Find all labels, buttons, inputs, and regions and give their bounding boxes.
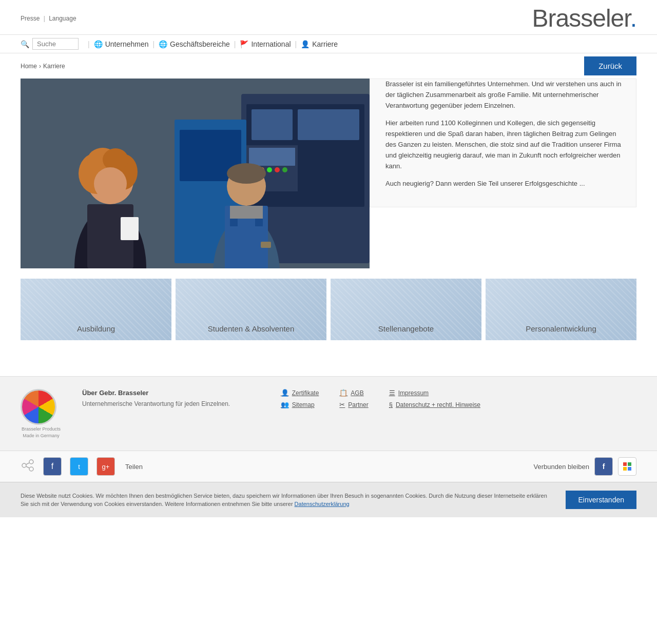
svg-rect-29 xyxy=(230,206,263,219)
cookie-accept-button[interactable]: Einverstanden xyxy=(566,491,636,509)
footer-link-datenschutz[interactable]: § Datenschutz + rechtl. Hinweise xyxy=(389,401,480,408)
svg-point-31 xyxy=(29,460,33,464)
footer-col-2: 📋 AGB ✂ Partner xyxy=(339,389,368,408)
cookie-text: Diese Website nutzt Cookies. Wir möchten… xyxy=(21,492,555,509)
nav-label-unternehmen: Unternehmen xyxy=(105,40,149,48)
svg-point-19 xyxy=(103,148,128,171)
footer-link-sitemap-label: Sitemap xyxy=(292,401,315,408)
search-icon: 🔍 xyxy=(21,40,29,48)
cookie-bar: Diese Website nutzt Cookies. Wir möchten… xyxy=(0,482,657,517)
nav-item-unternehmen[interactable]: 🌐 Unternehmen xyxy=(94,40,149,48)
footer-about-text: Unternehmerische Verantwortung für jeden… xyxy=(82,400,260,408)
logo-dot: . xyxy=(630,5,636,32)
facebook-share-button[interactable]: f xyxy=(43,457,62,476)
footer-main: Brasseler Products Made in Germany Über … xyxy=(0,376,657,451)
nav-sep-3: | xyxy=(234,40,236,48)
googleplus-share-button[interactable]: g+ xyxy=(96,457,115,476)
footer-link-partner[interactable]: ✂ Partner xyxy=(339,401,368,408)
cookie-text-content: Diese Website nutzt Cookies. Wir möchten… xyxy=(21,493,547,508)
svg-rect-36 xyxy=(623,462,627,466)
language-link[interactable]: Language xyxy=(49,15,76,22)
presse-link[interactable]: Presse xyxy=(21,15,40,22)
main-section: Brasseler ist ein familiengeführtes Unte… xyxy=(0,79,657,356)
footer-links: 👤 Zertifikate 👥 Sitemap 📋 AGB ✂ Partner … xyxy=(281,389,636,408)
hero-placeholder xyxy=(21,79,370,268)
side-para-2: Hier arbeiten rund 1100 Kolleginnen und … xyxy=(385,118,626,171)
nav-label-geschaeftsbereiche: Geschäftsbereiche xyxy=(170,40,230,48)
footer-logo: Brasseler Products Made in Germany xyxy=(21,389,62,438)
svg-rect-39 xyxy=(628,467,631,471)
main-top: Brasseler ist ein familiengeführtes Unte… xyxy=(21,79,636,268)
back-button[interactable]: Zurück xyxy=(584,56,636,75)
svg-point-11 xyxy=(282,167,287,172)
verbunden-label: Verbunden bleiben xyxy=(534,463,589,471)
partner-icon: ✂ xyxy=(339,401,345,408)
hero-image xyxy=(21,79,370,268)
svg-rect-22 xyxy=(121,217,139,240)
nav-item-international[interactable]: 🚩 International xyxy=(240,40,291,48)
main-nav: 🔍 | 🌐 Unternehmen | 🌐 Geschäftsbereiche … xyxy=(0,35,657,53)
breadcrumb-home[interactable]: Home xyxy=(21,63,37,70)
sitemap-icon: 👥 xyxy=(281,401,289,408)
svg-point-25 xyxy=(227,163,266,184)
svg-point-10 xyxy=(275,167,280,172)
card-stellenangebote[interactable]: Stellenangebote xyxy=(331,279,481,340)
footer-logo-circle xyxy=(21,389,56,425)
svg-point-33 xyxy=(29,467,33,471)
footer-col-3: ☰ Impressum § Datenschutz + rechtl. Hinw… xyxy=(389,389,480,408)
breadcrumb-row: Home Karriere Zurück xyxy=(0,53,657,79)
globe-icon-1: 🌐 xyxy=(94,40,103,48)
share-icon xyxy=(21,458,35,475)
footer-link-agb[interactable]: 📋 AGB xyxy=(339,389,368,397)
card-label-studenten: Studenten & Absolventen xyxy=(208,324,294,333)
footer-link-impressum-label: Impressum xyxy=(398,389,429,397)
nav-label-karriere: Karriere xyxy=(312,40,338,48)
cards-row: Ausbildung Studenten & Absolventen Stell… xyxy=(21,279,636,340)
svg-rect-30 xyxy=(261,242,271,248)
social-other-follow[interactable] xyxy=(618,457,636,476)
logo-text: Brasseler xyxy=(532,5,630,32)
breadcrumb-separator xyxy=(38,63,42,70)
nav-item-karriere[interactable]: 👤 Karriere xyxy=(301,40,338,48)
card-personalentwicklung[interactable]: Personalentwicklung xyxy=(486,279,636,340)
svg-point-20 xyxy=(94,167,127,200)
twitter-share-button[interactable]: t xyxy=(70,457,88,476)
site-logo: Brasseler. xyxy=(532,4,636,32)
footer-link-zertifikate[interactable]: 👤 Zertifikate xyxy=(281,389,319,397)
card-label-ausbildung: Ausbildung xyxy=(77,324,115,333)
svg-rect-38 xyxy=(623,467,627,471)
svg-rect-3 xyxy=(252,109,293,140)
side-text-content: Brasseler ist ein familiengeführtes Unte… xyxy=(385,79,626,189)
footer-about: Über Gebr. Brasseler Unternehmerische Ve… xyxy=(82,389,260,408)
nav-sep-1: | xyxy=(88,40,90,48)
social-fb-follow[interactable]: f xyxy=(594,457,613,476)
card-ausbildung[interactable]: Ausbildung xyxy=(21,279,171,340)
nav-label-international: International xyxy=(251,40,291,48)
footer-link-datenschutz-label: Datenschutz + rechtl. Hinweise xyxy=(396,401,480,408)
footer-link-impressum[interactable]: ☰ Impressum xyxy=(389,389,480,397)
svg-line-34 xyxy=(26,463,29,464)
agb-icon: 📋 xyxy=(339,389,347,397)
search-container: 🔍 xyxy=(21,38,79,50)
footer-link-sitemap[interactable]: 👥 Sitemap xyxy=(281,401,319,408)
svg-rect-4 xyxy=(298,109,359,140)
datenschutz-icon: § xyxy=(389,401,393,408)
card-studenten[interactable]: Studenten & Absolventen xyxy=(176,279,326,340)
breadcrumb: Home Karriere xyxy=(21,63,65,70)
nav-item-geschaeftsbereiche[interactable]: 🌐 Geschäftsbereiche xyxy=(159,40,230,48)
footer-link-partner-label: Partner xyxy=(348,401,368,408)
person-icon: 👤 xyxy=(301,40,310,48)
social-bar: f t g+ Teilen Verbunden bleiben f xyxy=(0,451,657,482)
footer-logo-text-1: Brasseler Products xyxy=(21,426,62,432)
zertifikate-icon: 👤 xyxy=(281,389,289,397)
cookie-privacy-link[interactable]: Datenschutzerklärung xyxy=(295,501,350,507)
search-input[interactable] xyxy=(32,38,79,50)
card-label-personalentwicklung: Personalentwicklung xyxy=(526,324,596,333)
social-right: Verbunden bleiben f xyxy=(534,457,636,476)
card-label-stellenangebote: Stellenangebote xyxy=(378,324,434,333)
breadcrumb-current: Karriere xyxy=(43,63,65,70)
svg-point-32 xyxy=(22,463,26,467)
top-bar-links: Presse | Language xyxy=(21,15,76,22)
globe-icon-2: 🌐 xyxy=(159,40,167,48)
svg-rect-37 xyxy=(628,462,631,466)
